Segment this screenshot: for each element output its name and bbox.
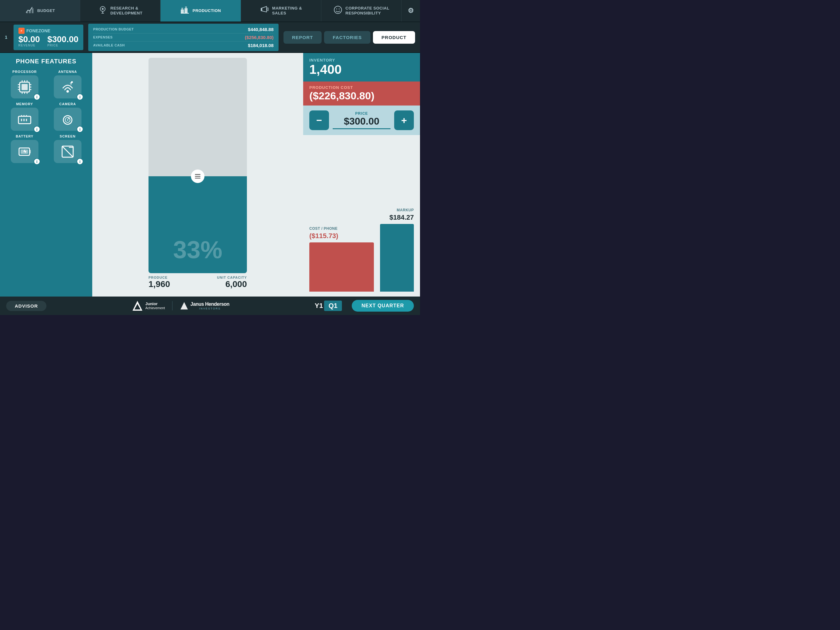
nav-budget[interactable]: BUDGET xyxy=(0,0,80,22)
svg-rect-0 xyxy=(26,12,28,13)
cost-bar xyxy=(309,242,374,291)
svg-point-4 xyxy=(102,8,104,10)
budget-icon xyxy=(25,5,34,16)
feature-camera: CAMERA i xyxy=(48,102,87,131)
antenna-icon-box[interactable]: i xyxy=(54,75,82,98)
antenna-icon xyxy=(60,79,76,95)
memory-icon xyxy=(17,111,33,127)
cost-per-phone-area: COST / PHONE ($115.73) xyxy=(309,226,374,291)
nav-production[interactable]: PRODUCTION xyxy=(161,0,241,22)
phone-top-area xyxy=(148,58,247,176)
screen-icon-box[interactable]: i xyxy=(54,140,82,163)
company-number: 1 xyxy=(5,35,7,40)
advisor-button[interactable]: ADVISOR xyxy=(6,301,46,311)
svg-point-46 xyxy=(68,117,70,119)
unit-capacity-stat: UNIT CAPACITY 6,000 xyxy=(217,275,247,289)
markup-label: MARKUP xyxy=(396,208,414,212)
price-increase-button[interactable]: + xyxy=(394,111,414,130)
svg-rect-10 xyxy=(185,6,187,8)
processor-icon-box[interactable]: i xyxy=(11,75,38,98)
chart-section: COST / PHONE ($115.73) MARKUP $184.27 xyxy=(303,135,420,296)
revenue-value: $0.00 xyxy=(19,35,40,44)
nav-rd[interactable]: RESEARCH &DEVELOPMENT xyxy=(80,0,161,22)
phone-menu-button[interactable] xyxy=(191,169,204,183)
processor-icon xyxy=(17,79,33,95)
phone-bottom-area: 33% xyxy=(148,176,247,273)
production-budget-label: PRODUCTION BUDGET xyxy=(93,27,134,31)
screen-info-badge[interactable]: i xyxy=(77,158,83,165)
memory-icon-box[interactable]: i xyxy=(11,108,38,131)
sub-nav-tabs: REPORT FACTORIES PRODUCT xyxy=(284,31,415,44)
price-decrease-button[interactable]: − xyxy=(309,111,329,130)
bottom-bar: ADVISOR Junior Achievement Janus He xyxy=(0,296,420,315)
camera-icon-box[interactable]: i xyxy=(54,108,82,131)
csr-icon xyxy=(333,5,343,16)
sub-header: 1 F FONEZONE $0.00 REVENUE $300.00 PRICE xyxy=(0,22,420,53)
csr-nav-label: CORPORATE SOCIALRESPONSIBILITY xyxy=(346,6,390,15)
svg-text:F: F xyxy=(21,30,22,32)
company-logo: F xyxy=(19,28,25,34)
settings-button[interactable]: ⚙ xyxy=(401,0,420,22)
feature-memory: MEMORY i xyxy=(5,102,44,131)
right-panel: INVENTORY 1,400 PRODUCTION COST ($226,83… xyxy=(303,53,420,296)
nav-marketing[interactable]: MARKETING &SALES xyxy=(241,0,321,22)
revenue-label: REVENUE xyxy=(19,44,40,47)
produce-label: PRODUCE xyxy=(148,275,170,279)
sponsor-logos: Junior Achievement Janus Henderson INVES… xyxy=(52,300,308,311)
next-quarter-button[interactable]: NEXT QUARTER xyxy=(352,300,414,312)
nav-csr[interactable]: CORPORATE SOCIALRESPONSIBILITY xyxy=(321,0,401,22)
production-budget-row: PRODUCTION BUDGET $440,848.88 xyxy=(93,25,274,33)
production-cost-label: PRODUCTION COST xyxy=(309,85,414,90)
antenna-info-badge[interactable]: i xyxy=(77,93,83,100)
tab-product[interactable]: PRODUCT xyxy=(373,31,415,44)
feature-processor: PROCESSOR xyxy=(5,70,44,98)
battery-info-badge[interactable]: i xyxy=(33,158,40,165)
price-label-right: PRICE xyxy=(333,111,390,116)
svg-rect-49 xyxy=(30,150,31,154)
expenses-row: EXPENSES ($256,830.80) xyxy=(93,33,274,41)
battery-icon xyxy=(17,144,33,160)
feature-antenna: ANTENNA i xyxy=(48,70,87,98)
camera-info-badge[interactable]: i xyxy=(77,126,83,133)
menu-line-3 xyxy=(195,178,201,179)
battery-label: BATTERY xyxy=(16,135,33,138)
inventory-label: INVENTORY xyxy=(309,58,414,62)
jh-icon xyxy=(180,301,188,310)
year-label: Y1 xyxy=(314,302,323,310)
battery-icon-box[interactable]: i xyxy=(11,140,38,163)
company-info: F FONEZONE $0.00 REVENUE $300.00 PRICE xyxy=(14,25,83,50)
main-content: PHONE FEATURES PROCESSOR xyxy=(0,53,420,296)
markup-area: MARKUP $184.27 xyxy=(380,208,414,291)
ja-triangle-icon xyxy=(132,300,143,311)
production-info: PRODUCE 1,960 UNIT CAPACITY 6,000 xyxy=(148,273,247,291)
janus-henderson-logo: Janus Henderson INVESTORS xyxy=(180,301,229,310)
phone-percentage: 33% xyxy=(173,236,222,264)
produce-value: 1,960 xyxy=(148,279,170,289)
unit-capacity-label: UNIT CAPACITY xyxy=(217,275,247,279)
svg-rect-2 xyxy=(32,8,33,13)
inventory-section: INVENTORY 1,400 xyxy=(303,53,420,82)
company-name-row: F FONEZONE xyxy=(19,28,78,34)
budget-nav-label: BUDGET xyxy=(37,8,55,13)
price-label-header: PRICE xyxy=(47,44,78,47)
svg-rect-38 xyxy=(21,119,22,121)
production-icon xyxy=(180,5,189,16)
screen-icon xyxy=(60,144,76,160)
quarter-badge: Q1 xyxy=(324,301,342,311)
antenna-label: ANTENNA xyxy=(58,70,77,73)
memory-info-badge[interactable]: i xyxy=(33,126,40,133)
memory-label: MEMORY xyxy=(16,102,33,106)
feature-battery: BATTERY i xyxy=(5,135,44,163)
financials: $0.00 REVENUE $300.00 PRICE xyxy=(19,35,78,47)
marketing-icon xyxy=(260,5,269,16)
available-cash-label: AVAILABLE CASH xyxy=(93,43,125,47)
processor-label: PROCESSOR xyxy=(12,70,36,73)
tab-factories[interactable]: FACTORIES xyxy=(324,31,371,44)
produce-stat: PRODUCE 1,960 xyxy=(148,275,170,289)
tab-report[interactable]: REPORT xyxy=(284,31,322,44)
processor-info-badge[interactable]: i xyxy=(33,93,40,100)
svg-point-16 xyxy=(338,9,339,9)
price-display: PRICE $300.00 xyxy=(333,111,390,129)
camera-icon xyxy=(60,111,76,127)
svg-rect-8 xyxy=(185,8,188,13)
